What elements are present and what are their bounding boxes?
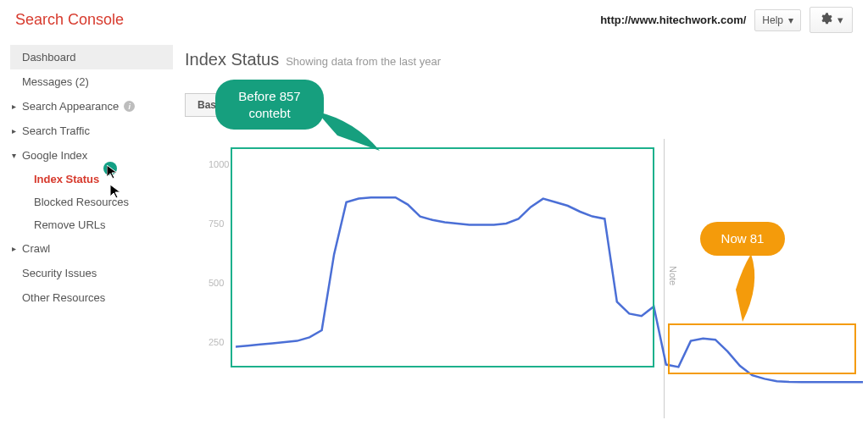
annotation-before-text: Before 857 contebt [238,89,300,120]
sidebar-label: Search Appearance [22,100,119,113]
sidebar-item-search-appearance[interactable]: ▸ Search Appearance i [10,94,173,119]
sidebar-label: Google Index [22,149,87,162]
chart: 1000 750 500 250 Note Before 857 contebt… [185,139,856,427]
page-title: Index Status [185,50,279,69]
sidebar-label: Security Issues [22,267,97,279]
settings-button[interactable]: ▾ [810,7,853,33]
header: Search Console http://www.hitechwork.com… [0,0,868,45]
sidebar-item-search-traffic[interactable]: ▸ Search Traffic [10,119,173,143]
annotation-before-callout: Before 857 contebt [215,80,324,130]
page-title-row: Index Status Showing data from the last … [185,50,856,69]
sidebar-label: Crawl [22,242,50,255]
sidebar-label: Other Resources [22,291,105,304]
help-button[interactable]: Help ▾ [754,9,801,31]
brand-title: Search Console [15,11,124,29]
chevron-right-icon: ▸ [12,102,16,111]
y-tick: 1000 [209,159,229,169]
site-url[interactable]: http://www.hitechwork.com/ [600,14,746,26]
help-label: Help [762,14,783,26]
header-right: http://www.hitechwork.com/ Help ▾ ▾ [600,7,853,33]
sidebar-label: Blocked Resources [34,196,129,208]
annotation-before-box [231,147,654,367]
caret-down-icon: ▾ [837,14,843,26]
sidebar-label: Search Traffic [22,124,90,137]
sidebar-label: Remove URLs [34,218,106,231]
y-tick: 750 [209,218,224,229]
gear-icon [819,12,832,28]
callout-tail-icon [727,251,778,327]
sidebar-item-dashboard[interactable]: Dashboard [10,45,173,69]
sidebar-item-crawl[interactable]: ▸ Crawl [10,236,173,261]
sidebar-label: Messages (2) [22,75,89,88]
page-subtitle: Showing data from the last year [286,55,441,68]
info-icon: i [124,101,135,112]
sidebar-label: Dashboard [22,51,76,64]
sidebar-label: Index Status [34,173,99,185]
chevron-down-icon: ▾ [12,151,16,160]
chevron-right-icon: ▸ [12,126,16,135]
sidebar-item-remove-urls[interactable]: Remove URLs [10,213,173,236]
sidebar-item-index-status[interactable]: Index Status [10,168,173,191]
sidebar-item-messages[interactable]: Messages (2) [10,69,173,94]
y-tick: 250 [209,337,224,347]
y-tick: 500 [209,278,224,288]
main-content: Index Status Showing data from the last … [173,45,868,427]
note-label: Note [668,266,678,285]
callout-tail-icon [312,105,388,156]
annotation-now-text: Now 81 [721,231,765,246]
sidebar: Dashboard Messages (2) ▸ Search Appearan… [0,45,173,427]
annotation-now-box [668,323,856,374]
sidebar-item-security-issues[interactable]: Security Issues [10,261,173,285]
sidebar-item-google-index[interactable]: ▾ Google Index [10,143,173,168]
sidebar-item-blocked-resources[interactable]: Blocked Resources [10,191,173,213]
caret-down-icon: ▾ [788,14,793,26]
chevron-right-icon: ▸ [12,244,16,253]
sidebar-item-other-resources[interactable]: Other Resources [10,285,173,310]
